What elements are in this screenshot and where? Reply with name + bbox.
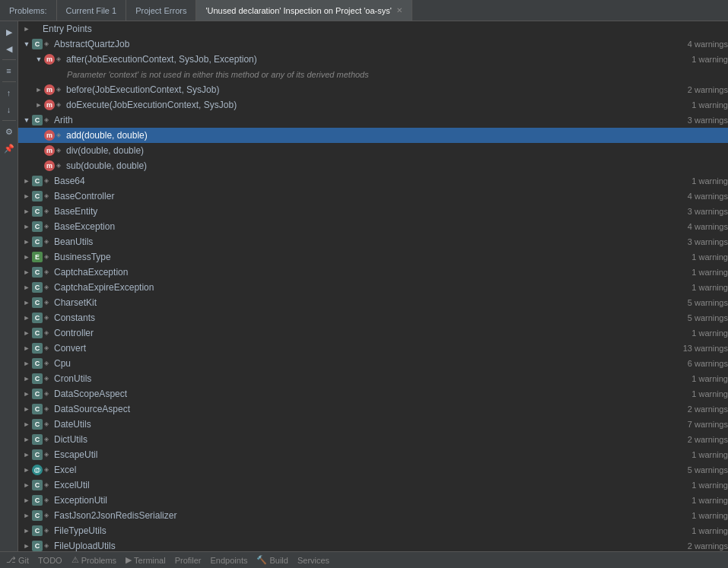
tree-item-cron-utils[interactable]: ► C ◈ CronUtils 1 warning — [18, 371, 728, 386]
class-icon: C — [32, 404, 43, 414]
tree-item-file-upload-utils[interactable]: ► C ◈ FileUploadUtils 2 warnings — [18, 538, 728, 551]
tree-item-div-double[interactable]: m ◈ div(double, double) — [18, 143, 728, 158]
arrow-icon: ► — [33, 100, 44, 110]
tree-item-controller[interactable]: ► C ◈ Controller 1 warning — [18, 325, 728, 341]
tree-item-base-controller[interactable]: ► C ◈ BaseController 4 warnings — [18, 189, 728, 204]
expand-all-button[interactable]: ▶ — [2, 24, 17, 40]
item-text: BaseEntity — [54, 206, 685, 217]
description-text: Parameter 'context' is not used in eithe… — [67, 70, 728, 79]
warning-badge: 7 warnings — [688, 420, 728, 429]
tree-item-constants[interactable]: ► C ◈ Constants 5 warnings — [18, 310, 728, 325]
tree-item-charset-kit[interactable]: ► C ◈ CharsetKit 5 warnings — [18, 295, 728, 310]
tree-item-data-source-aspect[interactable]: ► C ◈ DataSourceAspect 2 warnings — [18, 401, 728, 417]
tab-problems[interactable]: Problems: — [0, 0, 57, 21]
sort-up-button[interactable]: ↑ — [2, 85, 17, 100]
tree-item-base-entity[interactable]: ► C ◈ BaseEntity 3 warnings — [18, 204, 728, 219]
sub-icon: ◈ — [44, 284, 52, 291]
status-build[interactable]: 🔨 Build — [256, 555, 288, 565]
warning-badge: 2 warnings — [688, 405, 728, 414]
warning-badge: 2 warnings — [688, 85, 728, 94]
main-layout: ▶ ◀ ≡ ↑ ↓ ⚙ 📌 ► Entry Points ▼ C ◈ Abstr… — [0, 21, 728, 551]
tree-item-before-job[interactable]: ► m ◈ before(JobExecutionContext, SysJob… — [18, 82, 728, 97]
warning-badge: 5 warnings — [688, 298, 728, 307]
sub-icon: ◈ — [44, 405, 52, 413]
sort-down-button[interactable]: ↓ — [2, 102, 17, 117]
class-icon: C — [32, 541, 43, 551]
tree-item-do-execute[interactable]: ► m ◈ doExecute(JobExecutionContext, Sys… — [18, 97, 728, 113]
status-terminal[interactable]: ▶ Terminal — [126, 555, 166, 565]
tree-item-base-exception[interactable]: ► C ◈ BaseException 4 warnings — [18, 219, 728, 234]
arrow-icon: ▼ — [33, 54, 44, 65]
class-icon: C — [32, 282, 43, 293]
tab-current-file[interactable]: Current File 1 — [57, 0, 127, 21]
tree-item-after-job-desc[interactable]: Parameter 'context' is not used in eithe… — [18, 67, 728, 82]
item-text: DataScopeAspect — [54, 389, 688, 399]
status-services[interactable]: Services — [297, 556, 329, 565]
tree-item-captcha-expire-exception[interactable]: ► C ◈ CaptchaExpireException 1 warning — [18, 280, 728, 295]
tree-item-business-type[interactable]: ► E ◈ BusinessType 1 warning — [18, 249, 728, 265]
tree-item-data-scope-aspect[interactable]: ► C ◈ DataScopeAspect 1 warning — [18, 386, 728, 401]
status-todo[interactable]: TODO — [38, 556, 62, 565]
warning-badge: 1 warning — [691, 526, 728, 535]
close-tab-icon[interactable]: ✕ — [396, 6, 402, 14]
item-text: after(JobExecutionContext, SysJob, Excep… — [66, 54, 688, 65]
settings-button[interactable]: ⚙ — [2, 124, 17, 139]
class-icon: C — [32, 434, 43, 445]
sub-icon: ◈ — [44, 375, 52, 382]
tree-item-excel[interactable]: ► @ ◈ Excel 5 warnings — [18, 462, 728, 478]
status-git[interactable]: ⎇ Git — [6, 555, 29, 565]
tree-item-base64[interactable]: ► C ◈ Base64 1 warning — [18, 173, 728, 189]
tree-item-date-utils[interactable]: ► C ◈ DateUtils 7 warnings — [18, 417, 728, 432]
status-profiler[interactable]: Profiler — [175, 556, 202, 565]
tab-project-errors[interactable]: Project Errors — [126, 0, 196, 21]
sub-icon: ◈ — [56, 56, 64, 63]
warning-badge: 1 warning — [691, 511, 728, 520]
method-icon: m — [44, 160, 55, 171]
left-toolbar: ▶ ◀ ≡ ↑ ↓ ⚙ 📌 — [0, 21, 18, 551]
arrow-icon: ► — [21, 221, 32, 232]
tree-item-after-job[interactable]: ▼ m ◈ after(JobExecutionContext, SysJob,… — [18, 52, 728, 67]
tree-item-arith[interactable]: ▼ C ◈ Arith 3 warnings — [18, 113, 728, 128]
arrow-icon: ► — [21, 495, 32, 506]
tree-item-cpu[interactable]: ► C ◈ Cpu 6 warnings — [18, 356, 728, 371]
tree-item-abstract-quartz-job[interactable]: ▼ C ◈ AbstractQuartzJob 4 warnings — [18, 36, 728, 52]
item-text: Arith — [54, 115, 685, 125]
tree-item-exception-util[interactable]: ► C ◈ ExceptionUtil 1 warning — [18, 493, 728, 508]
arrow-icon: ► — [21, 328, 32, 338]
status-endpoints[interactable]: Endpoints — [211, 556, 248, 565]
tree-item-bean-utils[interactable]: ► C ◈ BeanUtils 3 warnings — [18, 234, 728, 249]
warning-badge: 13 warnings — [683, 344, 728, 353]
tree-item-convert[interactable]: ► C ◈ Convert 13 warnings — [18, 341, 728, 356]
tree-item-escape-util[interactable]: ► C ◈ EscapeUtil 1 warning — [18, 447, 728, 462]
method-icon: m — [44, 54, 55, 65]
item-text: FileTypeUtils — [54, 525, 688, 536]
tree-item-captcha-exception[interactable]: ► C ◈ CaptchaException 1 warning — [18, 265, 728, 280]
tree-item-dict-utils[interactable]: ► C ◈ DictUtils 2 warnings — [18, 432, 728, 447]
arrow-icon: ► — [21, 267, 32, 278]
tab-bar: Problems: Current File 1 Project Errors … — [0, 0, 728, 21]
tree-item-excel-util[interactable]: ► C ◈ ExcelUtil 1 warning — [18, 478, 728, 493]
method-icon: m — [44, 145, 55, 156]
filter-button[interactable]: ≡ — [2, 63, 17, 78]
tree-item-sub-double[interactable]: m ◈ sub(double, double) — [18, 158, 728, 173]
warning-badge: 1 warning — [691, 268, 728, 277]
tree-panel[interactable]: ► Entry Points ▼ C ◈ AbstractQuartzJob 4… — [18, 21, 728, 551]
tree-item-add-double[interactable]: m ◈ add(double, double) — [18, 128, 728, 143]
pin-button[interactable]: 📌 — [2, 141, 17, 156]
method-icon: m — [44, 130, 55, 141]
arrow-icon: ► — [21, 541, 32, 551]
sub-icon: ◈ — [44, 329, 52, 337]
class-icon: C — [32, 221, 43, 232]
sub-icon: ◈ — [44, 542, 52, 550]
method-icon: m — [44, 84, 55, 95]
sub-icon: ◈ — [44, 481, 52, 489]
collapse-all-button[interactable]: ◀ — [2, 41, 17, 56]
tree-item-file-type-utils[interactable]: ► C ◈ FileTypeUtils 1 warning — [18, 523, 728, 538]
warning-badge: 1 warning — [691, 481, 728, 490]
arrow-icon: ► — [21, 510, 32, 521]
tree-item-fast-json[interactable]: ► C ◈ FastJson2JsonRedisSerializer 1 war… — [18, 508, 728, 523]
tab-unused-declaration[interactable]: 'Unused declaration' Inspection on Proje… — [196, 0, 412, 21]
status-problems[interactable]: ⚠ Problems — [72, 555, 116, 565]
class-icon: C — [32, 236, 43, 247]
tree-item-entry-points[interactable]: ► Entry Points — [18, 21, 728, 36]
